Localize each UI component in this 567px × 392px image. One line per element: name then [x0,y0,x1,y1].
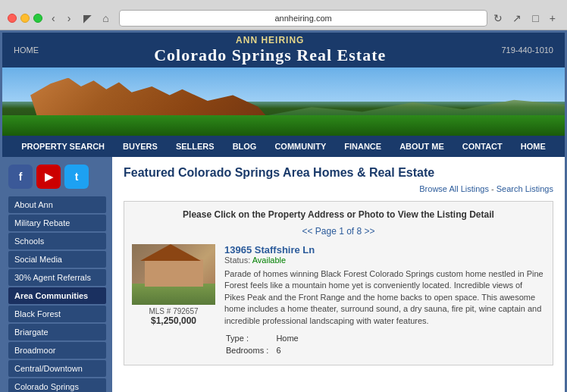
youtube-icon[interactable]: ▶ [36,165,61,189]
browser-icons: ◤ ⌂ [80,10,112,27]
listing-description: Parade of homes winning Black Forest Col… [224,268,545,327]
main-content: f ▶ t About Ann Military Rebate Schools … [2,157,565,392]
top-home-link[interactable]: HOME [14,45,39,55]
listing-status: Status: Available [224,256,545,265]
page-title: Featured Colorado Springs Area Homes & R… [124,166,553,180]
bedrooms-label: Bedrooms : [226,345,268,356]
nav-home[interactable]: HOME [512,136,555,157]
listing-item: MLS # 792657 $1,250,000 13965 Staffshire… [132,244,545,357]
forward-button[interactable]: › [64,11,74,26]
bedrooms-value: 6 [276,345,298,356]
sidebar-item-briargate[interactable]: Briargate [8,324,106,340]
mls-number: MLS # 792657 [132,307,215,315]
site-title: Colorado Springs Real Estate [39,45,501,65]
sidebar-item-black-forest[interactable]: Black Forest [8,306,106,322]
back-button[interactable]: ‹ [49,11,58,26]
main-nav: PROPERTY SEARCH BUYERS SELLERS BLOG COMM… [2,136,565,157]
hero-grass [2,115,565,136]
social-icons: f ▶ t [8,165,106,189]
sidebar-item-social-media[interactable]: Social Media [8,251,106,268]
facebook-icon[interactable]: f [8,165,33,189]
minimize-button[interactable] [20,14,30,23]
browse-links: Browse All Listings - Search Listings [124,184,553,193]
nav-contact[interactable]: CONTACT [453,136,512,157]
listing-address[interactable]: 13965 Staffshire Ln [224,244,545,256]
sidebar-item-agent-referrals[interactable]: 30% Agent Referrals [8,269,106,286]
site-wrapper: HOME Ann Heiring Colorado Springs Real E… [0,30,567,392]
sidebar-item-schools[interactable]: Schools [8,233,106,249]
agent-name: Ann Heiring [39,35,501,45]
nav-finance[interactable]: FINANCE [335,136,390,157]
browse-all-link[interactable]: Browse All Listings [419,184,489,193]
page-indicator: << Page 1 of 8 >> [132,226,545,237]
sidebar: f ▶ t About Ann Military Rebate Schools … [2,157,112,392]
nav-sellers[interactable]: SELLERS [167,136,224,157]
nav-about-me[interactable]: ABOUT ME [390,136,453,157]
view-mode-button[interactable]: ◤ [80,10,96,27]
type-value: Home [276,333,298,343]
phone-number: 719-440-1010 [501,45,553,55]
listing-price: $1,250,000 [132,315,215,326]
search-listings-link[interactable]: Search Listings [497,184,553,193]
status-value: Available [252,256,286,265]
listing-container: Please Click on the Property Address or … [124,201,553,365]
share-button[interactable]: ↗ [509,10,525,27]
listing-photo-container: MLS # 792657 $1,250,000 [132,244,215,357]
action-icons: ↗ □ + [509,10,559,27]
listing-instruction: Please Click on the Property Address or … [132,209,545,220]
listing-photo[interactable] [132,244,215,305]
nav-blog[interactable]: BLOG [224,136,266,157]
traffic-lights [8,14,42,23]
nav-buyers[interactable]: BUYERS [114,136,167,157]
nav-property-search[interactable]: PROPERTY SEARCH [12,136,114,157]
reload-button[interactable]: ↻ [493,12,503,24]
address-bar[interactable]: annheiring.com [119,10,488,27]
sidebar-item-military-rebate[interactable]: Military Rebate [8,215,106,231]
listing-details: 13965 Staffshire Ln Status: Available Pa… [224,244,545,357]
nav-community[interactable]: COMMUNITY [265,136,335,157]
new-window-button[interactable]: □ [528,10,542,27]
sidebar-item-area-communities[interactable]: Area Communities [8,287,106,304]
hero-image [2,67,565,136]
close-button[interactable] [8,14,17,23]
sidebar-item-about-ann[interactable]: About Ann [8,196,106,213]
sidebar-item-central-downtown[interactable]: Central/Downtown [8,360,106,377]
twitter-icon[interactable]: t [64,165,89,189]
home-browser-button[interactable]: ⌂ [99,10,112,27]
browser-chrome: ‹ › ◤ ⌂ annheiring.com ↻ ↗ □ + [0,0,567,30]
sidebar-item-colorado-springs[interactable]: Colorado Springs [8,378,106,392]
top-bar: HOME Ann Heiring Colorado Springs Real E… [2,33,565,67]
sidebar-item-broadmoor[interactable]: Broadmoor [8,342,106,359]
site-title-container: Ann Heiring Colorado Springs Real Estate [39,35,501,65]
type-label: Type : [226,333,268,343]
content-area: Featured Colorado Springs Area Homes & R… [112,157,565,392]
add-tab-button[interactable]: + [546,10,559,27]
maximize-button[interactable] [33,14,42,23]
listing-meta: Type : Home Bedrooms : 6 [224,331,545,357]
